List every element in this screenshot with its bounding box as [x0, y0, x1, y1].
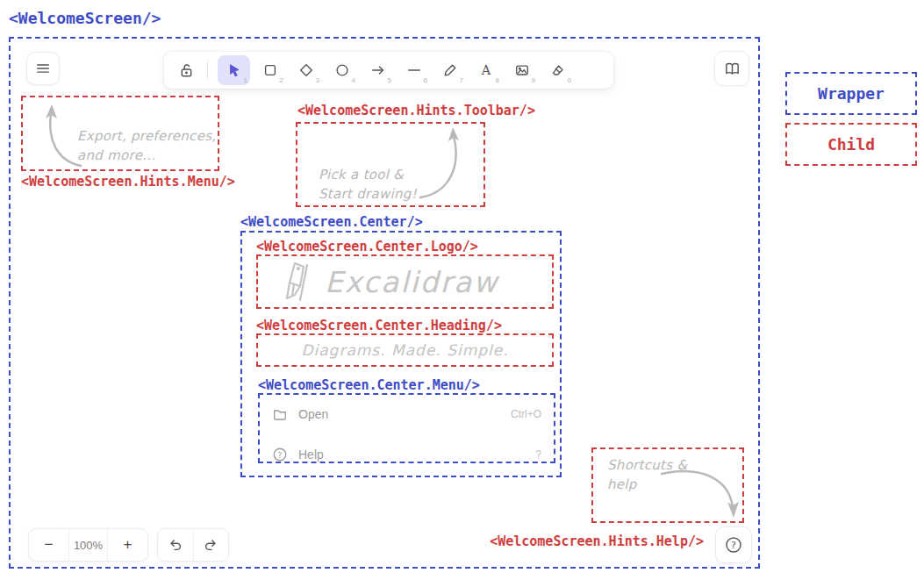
heading-text: Diagrams. Made. Simple.	[258, 335, 552, 365]
library-button[interactable]	[714, 51, 749, 86]
hints-toolbar-box: Pick a tool & Start drawing!	[296, 122, 485, 207]
ellipse-tool-button[interactable]: 4	[326, 55, 358, 85]
folder-icon	[272, 406, 288, 422]
hints-menu-box: Export, preferences, and more...	[21, 96, 219, 171]
legend-wrapper-label: Wrapper	[818, 84, 885, 103]
image-tool-button[interactable]: 9	[505, 55, 538, 85]
rectangle-icon	[262, 62, 278, 78]
undo-icon	[168, 537, 183, 553]
center-menu-box: Open Ctrl+O ? Help ?	[258, 393, 555, 463]
hints-help-box: Shortcuts & help	[591, 448, 744, 523]
zoom-in-button[interactable]: +	[108, 529, 147, 561]
welcome-screen-wrapper: 1 2 3 4 5	[9, 37, 760, 569]
tool-number: 6	[424, 76, 427, 84]
zoom-level-reset[interactable]: 100%	[69, 529, 107, 561]
pencil-icon	[442, 62, 458, 78]
eraser-tool-button[interactable]: 0	[541, 55, 574, 85]
menu-item-open[interactable]: Open Ctrl+O	[260, 403, 554, 426]
svg-text:?: ?	[731, 540, 736, 551]
arrow-tool-button[interactable]: 5	[362, 55, 394, 85]
center-logo-box: Excalidraw	[256, 254, 554, 309]
svg-text:A: A	[480, 63, 491, 77]
center-wrapper-box: <WelcomeScreen.Center.Logo/> Excalidraw …	[240, 231, 562, 477]
tool-number: 9	[532, 76, 535, 84]
hints-menu-label: <WelcomeScreen.Hints.Menu/>	[21, 174, 235, 190]
zoom-level-value: 100%	[74, 539, 103, 552]
curved-arrow-down-icon	[655, 449, 742, 523]
menu-item-label: Help	[298, 448, 324, 462]
legend-child: Child	[785, 123, 917, 166]
hints-toolbar-label: <WelcomeScreen.Hints.Toolbar/>	[297, 103, 535, 118]
toolbar-hint-text: Pick a tool & Start drawing!	[319, 166, 417, 204]
help-button[interactable]: ?	[715, 526, 752, 563]
draw-tool-button[interactable]: 7	[433, 55, 466, 85]
plus-icon: +	[124, 536, 133, 554]
ellipse-icon	[334, 62, 350, 78]
minus-icon: −	[45, 536, 54, 554]
line-icon	[406, 62, 422, 78]
diamond-tool-button[interactable]: 3	[290, 55, 322, 85]
tool-number: 8	[496, 76, 499, 84]
tool-number: 7	[460, 76, 463, 84]
menu-item-label: Open	[298, 407, 328, 421]
undo-button[interactable]	[158, 529, 193, 561]
menu-item-help[interactable]: ? Help ?	[260, 443, 554, 466]
menu-item-shortcut: Ctrl+O	[511, 408, 541, 420]
hamburger-icon	[35, 61, 51, 76]
center-heading-box: Diagrams. Made. Simple.	[256, 333, 554, 367]
redo-icon	[203, 537, 218, 553]
arrow-icon	[370, 62, 386, 78]
zoom-out-button[interactable]: −	[29, 529, 68, 561]
image-icon	[514, 62, 530, 78]
rectangle-tool-button[interactable]: 2	[254, 55, 286, 85]
eraser-icon	[550, 62, 566, 78]
diamond-icon	[298, 62, 314, 78]
tool-number: 5	[388, 76, 391, 84]
tool-number: 0	[568, 76, 571, 84]
menu-item-shortcut: ?	[535, 448, 541, 461]
root-component-label: <WelcomeScreen/>	[9, 9, 161, 27]
legend-child-label: Child	[827, 135, 875, 154]
toolbar-divider	[207, 61, 208, 80]
center-heading-label: <WelcomeScreen.Center.Heading/>	[256, 318, 502, 333]
excalidraw-logo: Excalidraw	[258, 256, 552, 307]
book-icon	[724, 61, 741, 77]
excalidraw-logo-text: Excalidraw	[325, 265, 498, 299]
svg-text:?: ?	[278, 451, 283, 460]
excalidraw-pen-icon	[283, 260, 312, 304]
curved-arrow-up-icon	[410, 124, 471, 203]
legend-wrapper: Wrapper	[785, 72, 917, 115]
menu-hint-text: Export, preferences, and more...	[77, 127, 216, 166]
line-tool-button[interactable]: 6	[398, 55, 430, 85]
center-logo-label: <WelcomeScreen.Center.Logo/>	[256, 239, 478, 254]
hints-help-label: <WelcomeScreen.Hints.Help/>	[490, 533, 704, 549]
history-controls	[157, 528, 229, 562]
selection-tool-button[interactable]: 1	[218, 55, 250, 85]
selection-cursor-icon	[226, 62, 242, 78]
tool-number: 3	[316, 76, 319, 84]
center-menu-label: <WelcomeScreen.Center.Menu/>	[258, 377, 480, 393]
center-label: <WelcomeScreen.Center/>	[240, 214, 423, 230]
redo-button[interactable]	[193, 529, 228, 561]
tool-number: 2	[280, 76, 283, 84]
help-circle-icon: ?	[272, 447, 288, 462]
tool-number: 4	[352, 76, 355, 84]
zoom-controls: − 100% +	[28, 528, 148, 562]
main-menu-button[interactable]	[26, 52, 60, 85]
lock-icon	[178, 62, 195, 79]
help-circle-icon: ?	[725, 536, 742, 554]
text-tool-button[interactable]: A 8	[469, 55, 502, 85]
lock-tool-button[interactable]	[173, 62, 199, 79]
text-icon: A	[478, 62, 494, 78]
tool-number: 1	[244, 76, 247, 84]
toolbar: 1 2 3 4 5	[164, 52, 613, 89]
